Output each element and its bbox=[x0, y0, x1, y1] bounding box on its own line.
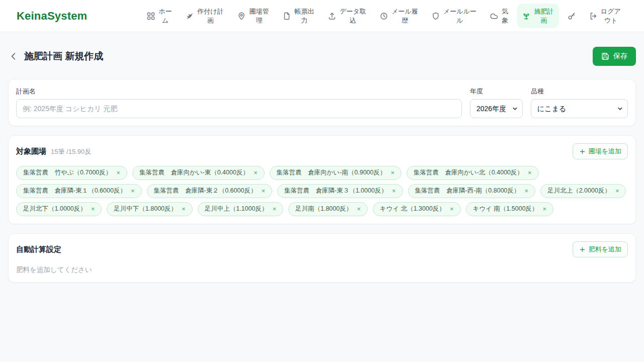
field-chip-label: 足川南（1.8000反） bbox=[295, 205, 352, 213]
upload-icon bbox=[328, 12, 336, 20]
field-chip-label: 足川北上（2.0000反） bbox=[547, 187, 611, 195]
nav-item-field-management[interactable]: 圃場管理 bbox=[232, 4, 274, 28]
key-icon bbox=[568, 12, 576, 20]
field-chip-label: 集落営農 倉庫隣-東３（1.0000反） bbox=[284, 187, 387, 195]
chip-close-icon[interactable]: × bbox=[254, 169, 258, 176]
chip-close-icon[interactable]: × bbox=[91, 206, 95, 212]
nav-item-home[interactable]: ホーム bbox=[142, 4, 177, 28]
field-chip: 集落営農 竹やぶ（0.7000反）× bbox=[16, 166, 127, 180]
chip-close-icon[interactable]: × bbox=[528, 169, 532, 176]
plan-name-input[interactable] bbox=[16, 99, 462, 118]
cloud-icon bbox=[490, 12, 498, 20]
plan-name-field: 計画名 bbox=[16, 87, 462, 118]
field-chip-label: 足川中下（1.8000反） bbox=[114, 205, 177, 213]
field-chip: 足川中上（1.1000反）× bbox=[198, 202, 283, 216]
field-chip: 足川北下（1.0000反）× bbox=[16, 202, 102, 216]
field-chip: 集落営農 倉庫向かい-東（0.4000反）× bbox=[132, 166, 265, 180]
field-chip: キウイ 北（1.3000反）× bbox=[373, 202, 461, 216]
nav-item-label: 施肥計画 bbox=[534, 7, 554, 25]
year-label: 年度 bbox=[470, 87, 523, 96]
nav-item-label: 帳票出力 bbox=[294, 7, 314, 25]
field-chip-label: 集落営農 倉庫隣-東２（0.6000反） bbox=[154, 187, 257, 195]
add-field-button-label: 圃場を追加 bbox=[589, 147, 621, 156]
nav-item-planting-plan[interactable]: 作付け計画 bbox=[181, 4, 229, 28]
nav-item-weather[interactable]: 気象 bbox=[485, 4, 514, 28]
main-nav: ホーム 作付け計画 圃場管理 帳票出力 データ取込 メール履歴 bbox=[142, 4, 626, 28]
chip-close-icon[interactable]: × bbox=[131, 188, 135, 194]
field-chip: 集落営農 倉庫向かい-北（0.4000反）× bbox=[407, 166, 539, 180]
main-content: 施肥計画 新規作成 保存 計画名 年度 2026年度 bbox=[0, 47, 644, 283]
plan-form-row: 計画名 年度 2026年度 品種 にこまる bbox=[16, 87, 628, 118]
grid-icon bbox=[147, 12, 155, 20]
chip-close-icon[interactable]: × bbox=[525, 188, 529, 194]
variety-select-wrap: にこまる bbox=[531, 99, 628, 118]
nav-item-label: 作付け計画 bbox=[197, 7, 224, 25]
field-chip-label: 集落営農 倉庫向かい-南（0.9000反） bbox=[277, 168, 386, 177]
nav-item-label: 気象 bbox=[502, 7, 509, 25]
field-chip: 集落営農 倉庫向かい-南（0.9000反）× bbox=[270, 166, 402, 180]
nav-item-data-import[interactable]: データ取込 bbox=[323, 4, 371, 28]
field-chip-label: 足川中上（1.1000反） bbox=[205, 205, 268, 213]
add-fertilizer-button[interactable]: 肥料を追加 bbox=[573, 241, 628, 257]
nav-item-label: ホーム bbox=[158, 7, 172, 25]
chip-close-icon[interactable]: × bbox=[182, 206, 186, 212]
field-chip-label: 集落営農 倉庫向かい-東（0.4000反） bbox=[139, 168, 249, 177]
fertilizer-empty-message: 肥料を追加してください bbox=[16, 265, 628, 275]
field-chip: 足川中下（1.8000反）× bbox=[107, 202, 192, 216]
chip-close-icon[interactable]: × bbox=[450, 206, 454, 212]
auto-calc-header: 自動計算設定 肥料を追加 bbox=[16, 241, 628, 257]
back-button[interactable] bbox=[8, 51, 19, 62]
shield-icon bbox=[432, 12, 440, 20]
field-chip-label: 集落営農 倉庫向かい-北（0.4000反） bbox=[414, 168, 523, 177]
brand-logo: KeinaSystem bbox=[17, 10, 87, 23]
chip-close-icon[interactable]: × bbox=[116, 169, 120, 176]
field-chip: 集落営農 倉庫隣-西-南（0.8000反）× bbox=[408, 184, 536, 198]
sprout-icon bbox=[522, 12, 530, 20]
add-fertilizer-button-label: 肥料を追加 bbox=[589, 245, 621, 254]
chip-close-icon[interactable]: × bbox=[261, 188, 265, 194]
nav-item-label: 圃場管理 bbox=[249, 7, 269, 25]
field-chip: キウイ 南（1.5000反）× bbox=[466, 202, 554, 216]
nav-item-label: ログアウト bbox=[601, 7, 621, 25]
nav-item-report-output[interactable]: 帳票出力 bbox=[278, 4, 319, 28]
variety-select[interactable]: にこまる bbox=[531, 99, 628, 118]
nav-item-label: データ取込 bbox=[340, 7, 366, 25]
chip-close-icon[interactable]: × bbox=[390, 169, 394, 176]
save-icon bbox=[601, 52, 609, 60]
target-fields-header: 対象圃場 15筆 /15.90反 圃場を追加 bbox=[16, 143, 628, 159]
auto-calc-title: 自動計算設定 bbox=[16, 245, 61, 254]
year-field: 年度 2026年度 bbox=[470, 87, 523, 118]
nav-item-fertilization-plan[interactable]: 施肥計画 bbox=[517, 4, 559, 28]
chip-close-icon[interactable]: × bbox=[615, 188, 619, 194]
field-chip-label: キウイ 南（1.5000反） bbox=[473, 205, 538, 213]
field-chip-list: 集落営農 竹やぶ（0.7000反）× 集落営農 倉庫向かい-東（0.4000反）… bbox=[16, 166, 628, 216]
field-chip-label: 足川北下（1.0000反） bbox=[23, 205, 87, 213]
chip-close-icon[interactable]: × bbox=[357, 206, 361, 212]
add-field-button[interactable]: 圃場を追加 bbox=[573, 143, 628, 159]
field-chip: 足川北上（2.0000反）× bbox=[540, 184, 626, 198]
field-chip-label: 集落営農 竹やぶ（0.7000反） bbox=[23, 168, 112, 177]
nav-item-mail-history[interactable]: メール履歴 bbox=[375, 4, 423, 28]
field-chip: 集落営農 倉庫隣-東１（0.6000反）× bbox=[16, 184, 142, 198]
wheat-icon bbox=[186, 12, 194, 20]
field-chip: 集落営農 倉庫隣-東３（1.0000反）× bbox=[277, 184, 403, 198]
chip-close-icon[interactable]: × bbox=[392, 188, 396, 194]
nav-item-password[interactable] bbox=[562, 9, 581, 24]
chip-close-icon[interactable]: × bbox=[543, 206, 547, 212]
save-button-label: 保存 bbox=[613, 52, 627, 61]
year-select-wrap: 2026年度 bbox=[470, 99, 523, 118]
field-chip-label: 集落営農 倉庫隣-東１（0.6000反） bbox=[23, 187, 126, 195]
save-button[interactable]: 保存 bbox=[593, 47, 636, 66]
year-select[interactable]: 2026年度 bbox=[470, 99, 523, 118]
field-chip: 集落営農 倉庫隣-東２（0.6000反）× bbox=[147, 184, 273, 198]
chevron-left-icon bbox=[9, 52, 18, 61]
app-root: KeinaSystem ホーム 作付け計画 圃場管理 帳票出力 データ取込 bbox=[0, 0, 644, 283]
nav-item-label: メールルール bbox=[443, 7, 476, 25]
page-title: 施肥計画 新規作成 bbox=[24, 50, 103, 63]
field-chip-label: キウイ 北（1.3000反） bbox=[380, 205, 445, 213]
field-chip-label: 集落営農 倉庫隣-西-南（0.8000反） bbox=[415, 187, 520, 195]
chip-close-icon[interactable]: × bbox=[272, 206, 276, 212]
auto-calc-card: 自動計算設定 肥料を追加 肥料を追加してください bbox=[8, 233, 636, 283]
nav-item-logout[interactable]: ログアウト bbox=[584, 4, 626, 28]
nav-item-mail-rules[interactable]: メールルール bbox=[427, 4, 481, 28]
